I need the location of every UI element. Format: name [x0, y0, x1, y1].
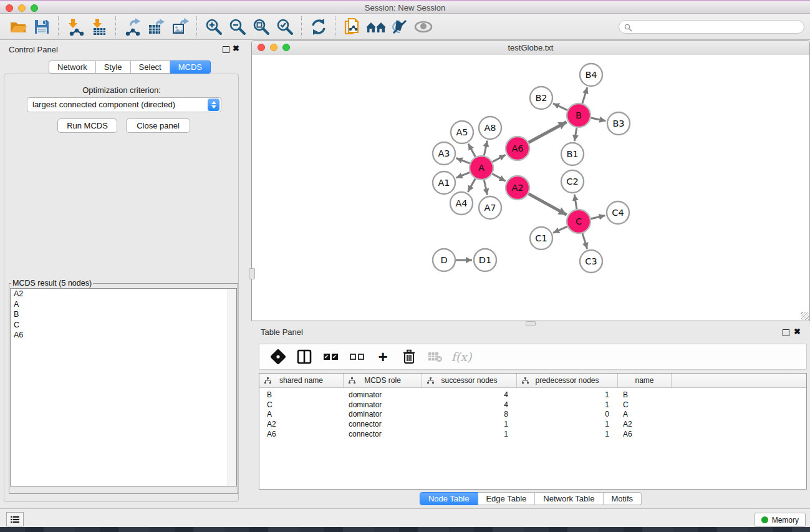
memory-button[interactable]: Memory	[755, 513, 806, 527]
cell-mcds_role[interactable]: connector	[344, 430, 422, 438]
graph-node-A8[interactable]: A8	[479, 117, 501, 139]
tab-node-table[interactable]: Node Table	[420, 492, 478, 505]
graph-node-D1[interactable]: D1	[474, 249, 496, 271]
tab-style[interactable]: Style	[96, 60, 131, 74]
cell-predecessor_nodes[interactable]: 1	[517, 400, 618, 409]
result-list-item[interactable]: A	[11, 299, 236, 310]
edge-A-A7[interactable]	[484, 180, 487, 195]
tab-select[interactable]: Select	[131, 60, 170, 74]
cell-name[interactable]: A2	[618, 420, 672, 428]
hide-annotations-icon[interactable]	[389, 16, 410, 37]
graph-node-B3[interactable]: B3	[607, 112, 630, 135]
zoom-selected-icon[interactable]	[274, 16, 296, 37]
cell-predecessor_nodes[interactable]: 1	[517, 430, 618, 438]
edge-C-C1[interactable]	[553, 226, 567, 233]
cell-successor_nodes[interactable]: 4	[422, 390, 517, 399]
graph-node-A5[interactable]: A5	[451, 121, 473, 143]
search-input[interactable]	[619, 20, 804, 34]
edge-B-B4[interactable]	[582, 87, 587, 104]
edge-A6-B[interactable]	[529, 122, 567, 142]
export-table-icon[interactable]	[146, 16, 167, 37]
cell-successor_nodes[interactable]: 1	[422, 420, 517, 428]
cell-name[interactable]: A	[618, 410, 672, 418]
graph-node-C3[interactable]: C3	[580, 250, 602, 273]
cell-successor_nodes[interactable]: 8	[422, 410, 517, 418]
open-file-icon[interactable]	[7, 16, 29, 37]
column-header-MCDS-role[interactable]: MCDS role	[344, 374, 422, 387]
optimization-criterion-dropdown[interactable]: largest connected component (directed)	[27, 97, 221, 112]
zoom-in-icon[interactable]	[203, 16, 224, 37]
show-column-icon[interactable]	[294, 347, 314, 367]
graph-node-A1[interactable]: A1	[433, 172, 455, 194]
export-network-icon[interactable]	[122, 16, 143, 37]
zoom-out-icon[interactable]	[227, 16, 248, 37]
float-panel-icon[interactable]	[223, 46, 229, 53]
close-panel-icon[interactable]: ✖	[233, 44, 239, 53]
edge-A-A6[interactable]	[493, 155, 506, 162]
graph-node-B2[interactable]: B2	[530, 87, 552, 109]
cell-shared_name[interactable]: A2	[259, 420, 344, 428]
close-table-panel-icon[interactable]: ✖	[794, 327, 801, 336]
tab-network[interactable]: Network	[49, 60, 96, 74]
delete-column-trash-icon[interactable]	[399, 347, 419, 367]
zoom-fit-icon[interactable]	[251, 16, 272, 37]
edge-B-B3[interactable]	[591, 118, 606, 121]
clone-network-icon[interactable]	[342, 16, 363, 37]
cell-shared_name[interactable]: A	[259, 410, 344, 418]
tab-motifs[interactable]: Motifs	[603, 492, 642, 505]
table-options-gear-icon[interactable]	[268, 347, 288, 367]
edge-B-B2[interactable]	[553, 104, 567, 110]
run-mcds-button[interactable]: Run MCDS	[57, 118, 117, 133]
graph-node-A[interactable]: A	[470, 156, 493, 180]
graph-node-B1[interactable]: B1	[561, 143, 584, 165]
result-list-item[interactable]: C	[11, 320, 236, 331]
table-row[interactable]: Bdominator41B	[259, 390, 806, 400]
float-table-panel-icon[interactable]	[783, 329, 789, 336]
home-view-icon[interactable]	[365, 16, 387, 37]
edge-B-B1[interactable]	[574, 128, 576, 142]
column-header-predecessor-nodes[interactable]: predecessor nodes	[517, 374, 618, 387]
column-header-successor-nodes[interactable]: successor nodes	[422, 374, 517, 387]
table-row[interactable]: A6connector11A6	[259, 429, 806, 439]
edge-C-C3[interactable]	[582, 233, 587, 249]
cell-shared_name[interactable]: C	[259, 400, 344, 409]
graph-node-B[interactable]: B	[567, 104, 591, 127]
cell-mcds_role[interactable]: dominator	[344, 390, 422, 399]
graph-node-C2[interactable]: C2	[561, 170, 584, 193]
export-image-icon[interactable]	[170, 16, 191, 37]
edge-A-A8[interactable]	[484, 141, 487, 156]
cell-predecessor_nodes[interactable]: 0	[517, 410, 618, 418]
result-list-item[interactable]: A6	[11, 330, 236, 341]
edge-C-C4[interactable]	[591, 216, 605, 219]
import-network-icon[interactable]	[65, 16, 86, 37]
vertical-splitter-handle[interactable]	[249, 268, 255, 279]
graph-node-A4[interactable]: A4	[450, 192, 473, 215]
edge-C-C2[interactable]	[574, 195, 577, 209]
tab-mcds[interactable]: MCDS	[170, 60, 211, 74]
create-column-plus-icon[interactable]: +	[373, 347, 393, 367]
edge-A-A1[interactable]	[456, 172, 470, 178]
cell-mcds_role[interactable]: dominator	[344, 400, 422, 409]
network-window-titlebar[interactable]: testGlobe.txt	[252, 41, 809, 56]
close-panel-button[interactable]: Close panel	[126, 118, 190, 133]
edge-A-A4[interactable]	[468, 178, 475, 191]
cell-name[interactable]: A6	[618, 430, 672, 438]
edge-A-A3[interactable]	[456, 158, 470, 163]
tab-edge-table[interactable]: Edge Table	[478, 492, 535, 505]
column-header-name[interactable]: name	[618, 374, 672, 387]
cell-predecessor_nodes[interactable]: 1	[517, 420, 618, 428]
import-table-icon[interactable]	[89, 16, 110, 37]
cell-successor_nodes[interactable]: 1	[422, 430, 517, 438]
cell-mcds_role[interactable]: dominator	[344, 410, 422, 418]
table-row[interactable]: Adominator80A	[259, 410, 806, 420]
cell-predecessor_nodes[interactable]: 1	[517, 390, 618, 399]
table-row[interactable]: Cdominator41C	[259, 400, 806, 410]
cell-shared_name[interactable]: B	[259, 390, 344, 399]
graph-node-A6[interactable]: A6	[506, 137, 529, 160]
graph-node-A2[interactable]: A2	[506, 176, 529, 200]
select-all-columns-icon[interactable]: ✔✔	[321, 347, 340, 367]
task-history-list-icon[interactable]	[6, 512, 24, 526]
cell-name[interactable]: C	[618, 400, 672, 409]
result-list-scrollbar[interactable]	[228, 289, 236, 486]
cell-shared_name[interactable]: A6	[259, 430, 344, 438]
